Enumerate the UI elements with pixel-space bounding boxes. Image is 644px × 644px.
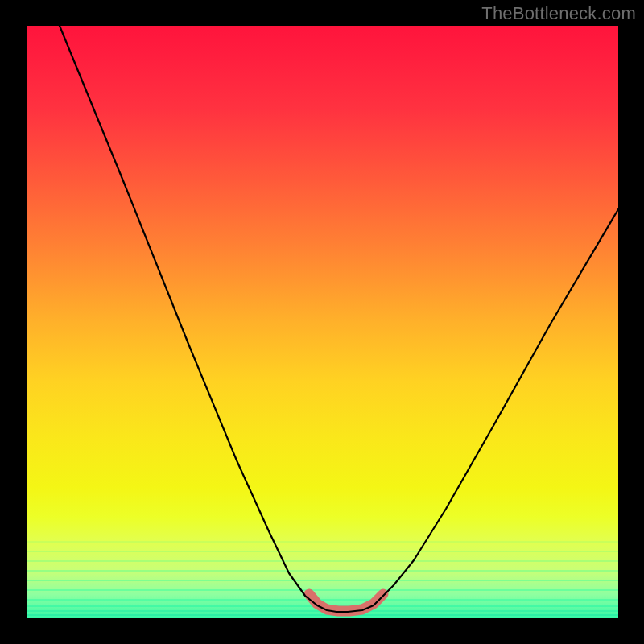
watermark-text: TheBottleneck.com [481,3,636,24]
black-frame: TheBottleneck.com [0,0,644,644]
black-curve-path [60,26,618,612]
salmon-valley-path [309,594,383,611]
chart-svg [27,26,618,618]
plot-area [27,26,618,618]
